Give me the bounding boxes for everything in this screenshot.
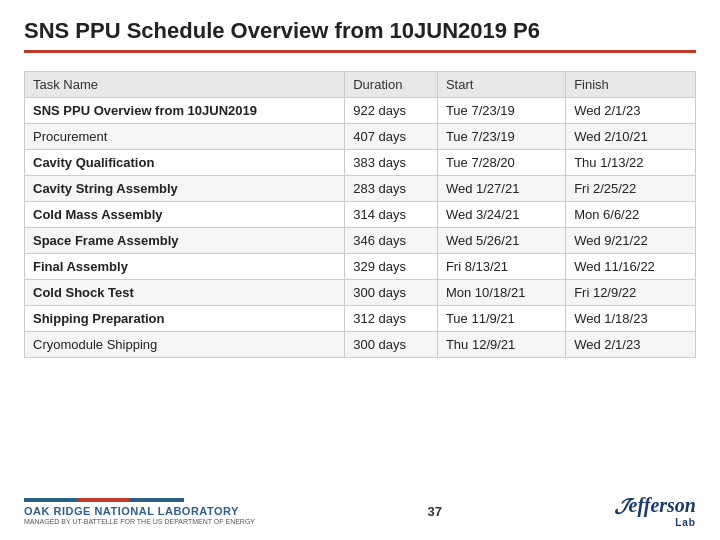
cell-finish: Fri 2/25/22 [566, 176, 696, 202]
table-row: Space Frame Assembly346 daysWed 5/26/21W… [25, 228, 696, 254]
schedule-table: Task Name Duration Start Finish SNS PPU … [24, 71, 696, 358]
footer-right: 𝓙efferson Lab [615, 494, 696, 528]
cell-start: Tue 7/23/19 [437, 124, 565, 150]
cell-finish: Mon 6/6/22 [566, 202, 696, 228]
table-row: Cryomodule Shipping300 daysThu 12/9/21We… [25, 332, 696, 358]
cell-duration: 300 days [345, 280, 438, 306]
jlab-label: Lab [615, 517, 696, 528]
table-row: Shipping Preparation312 daysTue 11/9/21W… [25, 306, 696, 332]
table-row: Cold Mass Assembly314 daysWed 3/24/21Mon… [25, 202, 696, 228]
cell-duration: 383 days [345, 150, 438, 176]
ornl-color-bar [24, 498, 184, 502]
cell-start: Wed 1/27/21 [437, 176, 565, 202]
table-row: Procurement407 daysTue 7/23/19Wed 2/10/2… [25, 124, 696, 150]
cell-finish: Thu 1/13/22 [566, 150, 696, 176]
page-number: 37 [428, 504, 442, 519]
table-header-row: Task Name Duration Start Finish [25, 72, 696, 98]
cell-finish: Fri 12/9/22 [566, 280, 696, 306]
cell-duration: 283 days [345, 176, 438, 202]
cell-start: Tue 7/28/20 [437, 150, 565, 176]
ornl-sub: MANAGED BY UT-BATTELLE FOR THE US DEPART… [24, 518, 255, 525]
table-row: SNS PPU Overview from 10JUN2019922 daysT… [25, 98, 696, 124]
cell-finish: Wed 9/21/22 [566, 228, 696, 254]
cell-task: Cold Shock Test [25, 280, 345, 306]
cell-start: Mon 10/18/21 [437, 280, 565, 306]
cell-start: Wed 5/26/21 [437, 228, 565, 254]
title-section: SNS PPU Schedule Overview from 10JUN2019… [24, 18, 696, 53]
cell-finish: Wed 2/1/23 [566, 332, 696, 358]
col-header-start: Start [437, 72, 565, 98]
table-container: Task Name Duration Start Finish SNS PPU … [24, 71, 696, 482]
title-underline [24, 50, 696, 53]
cell-duration: 407 days [345, 124, 438, 150]
cell-task: Procurement [25, 124, 345, 150]
footer-left: OAK RIDGE NATIONAL LABORATORY MANAGED BY… [24, 498, 255, 525]
table-row: Cavity String Assembly283 daysWed 1/27/2… [25, 176, 696, 202]
cell-task: Cold Mass Assembly [25, 202, 345, 228]
table-row: Cavity Qualification383 daysTue 7/28/20T… [25, 150, 696, 176]
cell-task: Cavity String Assembly [25, 176, 345, 202]
cell-finish: Wed 1/18/23 [566, 306, 696, 332]
table-row: Final Assembly329 daysFri 8/13/21Wed 11/… [25, 254, 696, 280]
jlab-script: 𝓙efferson [615, 494, 696, 517]
cell-task: Space Frame Assembly [25, 228, 345, 254]
cell-task: Cryomodule Shipping [25, 332, 345, 358]
jlab-logo: 𝓙efferson Lab [615, 494, 696, 528]
cell-finish: Wed 11/16/22 [566, 254, 696, 280]
cell-duration: 346 days [345, 228, 438, 254]
cell-task: Shipping Preparation [25, 306, 345, 332]
cell-finish: Wed 2/10/21 [566, 124, 696, 150]
cell-duration: 922 days [345, 98, 438, 124]
cell-start: Tue 11/9/21 [437, 306, 565, 332]
col-header-duration: Duration [345, 72, 438, 98]
cell-duration: 314 days [345, 202, 438, 228]
cell-task: Final Assembly [25, 254, 345, 280]
cell-start: Wed 3/24/21 [437, 202, 565, 228]
ornl-name: OAK RIDGE NATIONAL LABORATORY [24, 505, 239, 517]
footer: OAK RIDGE NATIONAL LABORATORY MANAGED BY… [24, 490, 696, 528]
page-title: SNS PPU Schedule Overview from 10JUN2019… [24, 18, 696, 44]
table-row: Cold Shock Test300 daysMon 10/18/21Fri 1… [25, 280, 696, 306]
cell-task: Cavity Qualification [25, 150, 345, 176]
col-header-finish: Finish [566, 72, 696, 98]
col-header-task: Task Name [25, 72, 345, 98]
cell-duration: 312 days [345, 306, 438, 332]
cell-task: SNS PPU Overview from 10JUN2019 [25, 98, 345, 124]
cell-start: Thu 12/9/21 [437, 332, 565, 358]
cell-start: Tue 7/23/19 [437, 98, 565, 124]
cell-finish: Wed 2/1/23 [566, 98, 696, 124]
cell-duration: 300 days [345, 332, 438, 358]
cell-start: Fri 8/13/21 [437, 254, 565, 280]
page: SNS PPU Schedule Overview from 10JUN2019… [0, 0, 720, 540]
cell-duration: 329 days [345, 254, 438, 280]
